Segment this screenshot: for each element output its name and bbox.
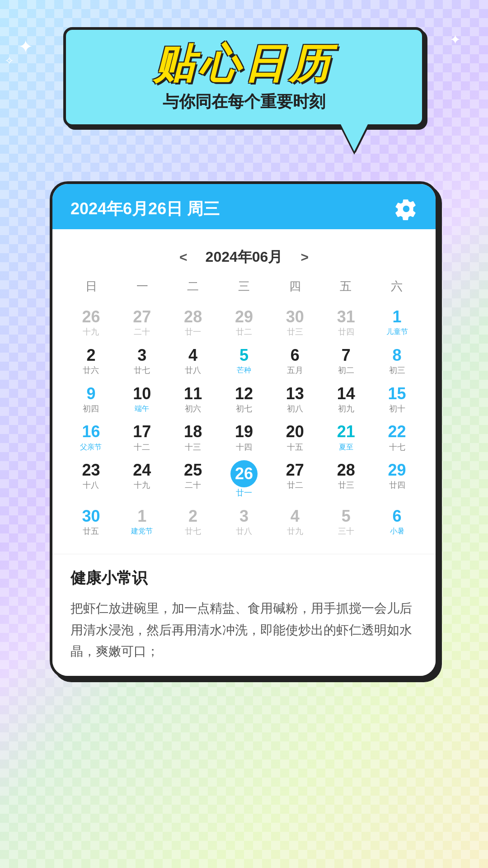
health-title: 健康小常识 <box>70 568 418 589</box>
table-row[interactable]: 23十八 <box>66 457 116 502</box>
phone-mock: 2024年6月26日 周三 < 2024年06月 > 日 一 二 <box>50 181 438 679</box>
table-row[interactable]: 5三十 <box>321 503 371 540</box>
table-row[interactable]: 2廿六 <box>66 342 116 379</box>
table-row[interactable]: 2廿七 <box>168 503 218 540</box>
day-header-fri: 五 <box>320 274 371 299</box>
day-header-sat: 六 <box>371 274 422 299</box>
chevron-left-decor <box>0 568 9 611</box>
table-row[interactable]: 11初六 <box>168 380 218 418</box>
table-row[interactable]: 5芒种 <box>219 342 269 379</box>
month-label: 2024年06月 <box>206 247 283 267</box>
table-row[interactable]: 28廿一 <box>168 303 218 341</box>
table-row[interactable]: 3廿八 <box>219 503 269 540</box>
table-row[interactable]: 17十二 <box>117 418 167 456</box>
calendar-grid: 26十九27二十28廿一29廿二30廿三31廿四1儿童节2廿六3廿七4廿八5芒种… <box>66 303 422 540</box>
table-row[interactable]: 20十五 <box>270 418 320 456</box>
next-month-button[interactable]: > <box>300 250 309 265</box>
table-row[interactable]: 7初二 <box>321 342 371 379</box>
sparkle-decor-2: ✦ <box>450 32 461 47</box>
table-row[interactable]: 12初七 <box>219 380 269 418</box>
table-row[interactable]: 8初三 <box>372 342 422 379</box>
table-row[interactable]: 25二十 <box>168 457 218 502</box>
banner: 贴心日历 与你同在每个重要时刻 <box>63 27 425 127</box>
table-row[interactable]: 14初九 <box>321 380 371 418</box>
table-row[interactable]: 18十三 <box>168 418 218 456</box>
header-date: 2024年6月26日 周三 <box>70 198 220 220</box>
table-row[interactable]: 30廿五 <box>66 503 116 540</box>
table-row[interactable]: 13初八 <box>270 380 320 418</box>
table-row[interactable]: 6五月 <box>270 342 320 379</box>
table-row[interactable]: 26十九 <box>66 303 116 341</box>
table-row[interactable]: 22十七 <box>372 418 422 456</box>
table-row[interactable]: 10端午 <box>117 380 167 418</box>
table-row[interactable]: 19十四 <box>219 418 269 456</box>
table-row[interactable]: 1儿童节 <box>372 303 422 341</box>
table-row[interactable]: 15初十 <box>372 380 422 418</box>
table-row[interactable]: 24十九 <box>117 457 167 502</box>
calendar-body: < 2024年06月 > 日 一 二 三 四 五 六 26十九27二十28廿一2… <box>52 229 436 554</box>
banner-title: 贴心日历 <box>89 43 399 84</box>
health-section: 健康小常识 把虾仁放进碗里，加一点精盐、食用碱粉，用手抓搅一会儿后用清水浸泡，然… <box>52 554 436 676</box>
table-row[interactable]: 1建党节 <box>117 503 167 540</box>
table-row[interactable]: 26廿一 <box>219 457 269 502</box>
health-text: 把虾仁放进碗里，加一点精盐、食用碱粉，用手抓搅一会儿后用清水浸泡，然后再用清水冲… <box>70 598 418 662</box>
table-row[interactable]: 31廿四 <box>321 303 371 341</box>
sparkle-decor-3: ✧ <box>5 54 14 67</box>
day-header-sun: 日 <box>66 274 117 299</box>
table-row[interactable]: 27二十 <box>117 303 167 341</box>
table-row[interactable]: 27廿二 <box>270 457 320 502</box>
table-row[interactable]: 21夏至 <box>321 418 371 456</box>
day-header-tue: 二 <box>168 274 219 299</box>
day-header-thu: 四 <box>269 274 320 299</box>
table-row[interactable]: 3廿七 <box>117 342 167 379</box>
day-headers: 日 一 二 三 四 五 六 <box>66 274 422 299</box>
speech-bubble: 贴心日历 与你同在每个重要时刻 <box>63 27 425 127</box>
gear-icon[interactable] <box>395 198 418 220</box>
table-row[interactable]: 4廿八 <box>168 342 218 379</box>
banner-subtitle: 与你同在每个重要时刻 <box>89 91 399 113</box>
prev-month-button[interactable]: < <box>179 250 188 265</box>
table-row[interactable]: 29廿二 <box>219 303 269 341</box>
sparkle-decor-1: ✦ <box>18 36 33 57</box>
table-row[interactable]: 9初四 <box>66 380 116 418</box>
table-row[interactable]: 4廿九 <box>270 503 320 540</box>
table-row[interactable]: 6小暑 <box>372 503 422 540</box>
table-row[interactable]: 16父亲节 <box>66 418 116 456</box>
table-row[interactable]: 28廿三 <box>321 457 371 502</box>
app-header: 2024年6月26日 周三 <box>52 184 436 229</box>
month-nav: < 2024年06月 > <box>66 238 422 274</box>
day-header-mon: 一 <box>117 274 168 299</box>
day-header-wed: 三 <box>219 274 270 299</box>
table-row[interactable]: 29廿四 <box>372 457 422 502</box>
table-row[interactable]: 30廿三 <box>270 303 320 341</box>
